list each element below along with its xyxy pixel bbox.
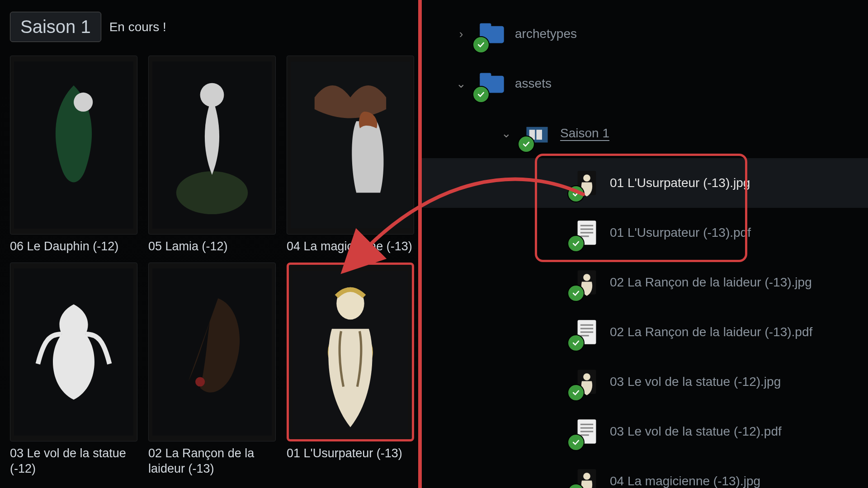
svg-rect-37	[580, 427, 593, 429]
synced-check-icon	[568, 186, 584, 202]
file-name: 03 Le vol de la statue (-12).jpg	[610, 375, 781, 389]
artwork-icon	[152, 60, 272, 230]
file-name: 04 La magicienne (-13).jpg	[610, 474, 760, 488]
tree-folder-row[interactable]: ⌄ assets	[422, 59, 868, 108]
folder-name: Saison 1	[560, 126, 609, 141]
chevron-down-icon[interactable]: ⌄	[453, 77, 469, 91]
file-name: 03 Le vol de la statue (-12).pdf	[610, 424, 782, 439]
svg-rect-23	[580, 229, 593, 230]
svg-point-27	[583, 274, 590, 281]
pdf-file-icon	[572, 218, 602, 248]
svg-rect-36	[580, 424, 593, 425]
svg-rect-18	[536, 130, 542, 140]
tree-root: › archetypes ⌄ assets ⌄ Saison 1 01 L'Us…	[422, 9, 868, 488]
file-name: 02 La Rançon de la laideur (-13).jpg	[610, 275, 812, 290]
synced-check-icon	[568, 335, 584, 351]
pdf-file-icon	[572, 417, 602, 446]
svg-rect-32	[580, 335, 589, 336]
tree-file-row[interactable]: 03 Le vol de la statue (-12).jpg	[422, 357, 868, 407]
artwork-icon	[152, 267, 272, 437]
card-03[interactable]: 03 Le vol de la statue (-12)	[10, 263, 137, 477]
synced-check-icon	[568, 286, 584, 301]
jpg-file-icon	[572, 466, 602, 488]
artwork-icon	[291, 60, 410, 230]
folder-icon	[477, 19, 507, 49]
chevron-down-icon[interactable]: ⌄	[499, 127, 514, 141]
season-badge[interactable]: Saison 1	[10, 12, 101, 42]
folder-name: archetypes	[515, 27, 577, 41]
tree-folder-row[interactable]: › archetypes	[422, 9, 868, 59]
svg-rect-5	[291, 61, 410, 229]
file-name: 01 L'Usurpateur (-13).jpg	[610, 176, 750, 190]
card-02[interactable]: 02 La Rançon de la laideur (-13)	[148, 263, 276, 477]
synced-check-icon	[519, 136, 534, 152]
svg-point-4	[200, 83, 224, 107]
card-label: 04 La magicienne (-13)	[287, 239, 414, 254]
folder-icon	[522, 118, 552, 148]
card-01[interactable]: 01 L'Usurpateur (-13)	[287, 263, 414, 477]
card-04[interactable]: 04 La magicienne (-13)	[287, 56, 414, 254]
artwork-icon	[292, 268, 408, 436]
svg-rect-25	[580, 235, 589, 237]
tree-file-row[interactable]: 01 L'Usurpateur (-13).jpg	[422, 158, 868, 208]
card-label: 02 La Rançon de la laideur (-13)	[148, 446, 276, 477]
tree-folder-row[interactable]: ⌄ Saison 1	[422, 108, 868, 158]
jpg-file-icon	[572, 267, 602, 297]
svg-rect-38	[580, 431, 593, 432]
svg-rect-39	[580, 434, 589, 436]
jpg-file-icon	[572, 367, 602, 397]
synced-check-icon	[568, 435, 584, 450]
svg-point-8	[195, 377, 205, 386]
cards-grid: 06 Le Dauphin (-12) 05 Lamia (-12) 04 La…	[10, 56, 417, 476]
artwork-icon	[14, 267, 133, 437]
synced-check-icon	[568, 385, 584, 400]
file-tree-panel: › archetypes ⌄ assets ⌄ Saison 1 01 L'Us…	[422, 0, 868, 488]
svg-point-41	[583, 473, 590, 480]
svg-point-1	[74, 93, 93, 112]
card-05[interactable]: 05 Lamia (-12)	[148, 56, 276, 254]
pdf-file-icon	[572, 317, 602, 347]
synced-check-icon	[473, 87, 489, 102]
svg-rect-15	[480, 73, 491, 79]
tree-file-row[interactable]: 02 La Rançon de la laideur (-13).jpg	[422, 258, 868, 307]
artwork-icon	[14, 60, 133, 230]
file-name: 01 L'Usurpateur (-13).pdf	[610, 225, 751, 240]
folder-icon	[477, 69, 507, 99]
card-label: 03 Le vol de la statue (-12)	[10, 446, 137, 477]
tree-file-row[interactable]: 03 Le vol de la statue (-12).pdf	[422, 407, 868, 456]
svg-rect-24	[580, 232, 593, 233]
tree-file-row[interactable]: 02 La Rançon de la laideur (-13).pdf	[422, 307, 868, 357]
vertical-divider	[418, 0, 422, 488]
card-label: 06 Le Dauphin (-12)	[10, 239, 137, 254]
synced-check-icon	[473, 37, 489, 52]
svg-rect-29	[580, 324, 593, 326]
svg-rect-30	[580, 328, 593, 329]
svg-point-34	[583, 373, 590, 380]
jpg-file-icon	[572, 168, 602, 198]
svg-point-3	[176, 171, 248, 214]
tree-file-row[interactable]: 04 La magicienne (-13).jpg	[422, 456, 868, 488]
card-06[interactable]: 06 Le Dauphin (-12)	[10, 56, 137, 254]
card-label: 01 L'Usurpateur (-13)	[287, 446, 414, 461]
svg-rect-31	[580, 331, 593, 333]
file-name: 02 La Rançon de la laideur (-13).pdf	[610, 325, 812, 339]
season-status: En cours !	[109, 20, 166, 34]
folder-name: assets	[515, 76, 552, 91]
synced-check-icon	[568, 236, 584, 251]
tree-file-row[interactable]: 01 L'Usurpateur (-13).pdf	[422, 208, 868, 258]
svg-rect-22	[580, 225, 593, 226]
svg-rect-13	[480, 23, 491, 29]
season-header: Saison 1 En cours !	[10, 12, 408, 42]
card-label: 05 Lamia (-12)	[148, 239, 276, 254]
chevron-right-icon[interactable]: ›	[453, 27, 469, 41]
gallery-panel: Saison 1 En cours ! 06 Le Dauphin (-12) …	[0, 0, 418, 488]
svg-point-20	[583, 174, 590, 182]
